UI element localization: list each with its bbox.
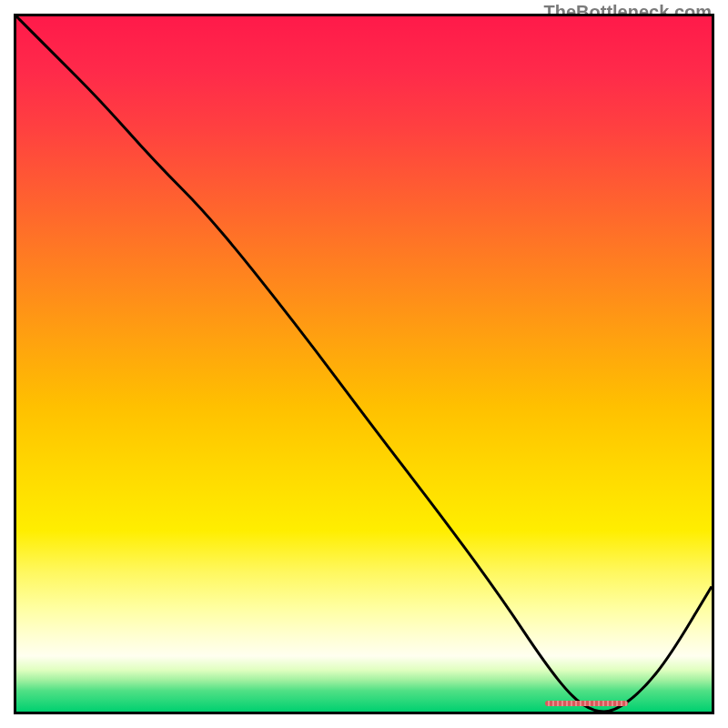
plot-area [14,14,714,714]
optimal-range-marker [545,701,629,706]
bottleneck-curve [16,16,712,712]
chart-container: TheBottleneck.com [0,0,728,728]
